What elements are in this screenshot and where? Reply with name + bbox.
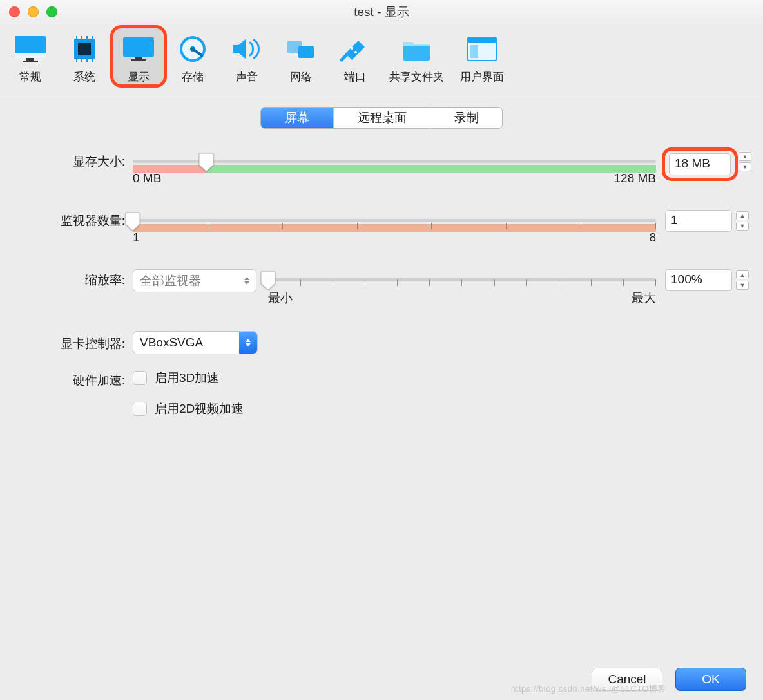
- chevron-updown-icon: [242, 270, 252, 292]
- toolbar-ports[interactable]: 端口: [330, 28, 380, 84]
- scale-monitor-value: 全部监视器: [140, 272, 201, 289]
- monitor-count-max: 8: [649, 231, 656, 245]
- stepper-up-icon[interactable]: ▲: [739, 152, 751, 161]
- monitor-count-slider[interactable]: 1 8: [133, 210, 656, 245]
- row-hardware-accel: 硬件加速: 启用3D加速 启用2D视频加速: [14, 370, 749, 431]
- svg-rect-1: [15, 53, 46, 58]
- checkbox-3d-accel[interactable]: [133, 371, 147, 385]
- network-icon: [283, 32, 319, 66]
- window-layout-icon: [464, 32, 500, 66]
- row-video-memory: 显存大小: 0 MB 128 MB 18 MB ▲: [14, 151, 749, 185]
- monitor-icon: [12, 32, 48, 66]
- row-monitor-count: 监视器数量: 1 8 1 ▲ ▼: [14, 210, 749, 245]
- ok-button[interactable]: OK: [675, 668, 746, 691]
- toolbar-display[interactable]: 显示: [113, 28, 164, 84]
- monitor-count-stepper[interactable]: ▲ ▼: [736, 210, 749, 232]
- traffic-lights: [9, 6, 57, 17]
- monitor-count-min: 1: [133, 231, 140, 245]
- dialog-footer: Cancel OK: [592, 668, 746, 691]
- monitor-count-input[interactable]: 1: [665, 210, 732, 232]
- video-memory-min: 0 MB: [133, 171, 161, 185]
- toolbar-display-label: 显示: [128, 70, 150, 84]
- svg-point-22: [351, 47, 353, 50]
- scale-min: 最小: [268, 290, 293, 307]
- video-memory-slider[interactable]: 0 MB 128 MB: [133, 151, 656, 185]
- svg-point-23: [354, 51, 357, 53]
- checkbox-2d-accel[interactable]: [133, 402, 147, 416]
- monitor-count-label: 监视器数量:: [14, 210, 133, 229]
- toolbar-system-label: 系统: [73, 70, 95, 84]
- cancel-button[interactable]: Cancel: [592, 668, 662, 691]
- toolbar-general[interactable]: 常规: [5, 28, 55, 84]
- minimize-window-button[interactable]: [28, 6, 39, 17]
- video-memory-label: 显存大小:: [14, 151, 133, 170]
- stepper-down-icon[interactable]: ▼: [739, 162, 751, 171]
- svg-rect-2: [26, 58, 34, 61]
- svg-rect-0: [15, 36, 46, 55]
- tab-remote-desktop[interactable]: 远程桌面: [333, 108, 430, 128]
- stepper-down-icon[interactable]: ▼: [736, 281, 749, 290]
- scale-factor-stepper[interactable]: ▲ ▼: [736, 269, 749, 291]
- stepper-up-icon[interactable]: ▲: [736, 270, 749, 279]
- stepper-up-icon[interactable]: ▲: [736, 211, 749, 220]
- scale-factor-label: 缩放率:: [14, 269, 133, 289]
- toolbar-network-label: 网络: [290, 70, 312, 84]
- stepper-down-icon[interactable]: ▼: [736, 222, 749, 231]
- slider-thumb-icon[interactable]: [260, 270, 276, 290]
- toolbar-ui-label: 用户界面: [460, 70, 504, 84]
- scale-monitor-select[interactable]: 全部监视器: [133, 269, 256, 292]
- disk-icon: [175, 32, 211, 66]
- video-memory-max: 128 MB: [614, 171, 656, 185]
- display-icon: [121, 32, 157, 66]
- toolbar-general-label: 常规: [19, 70, 41, 84]
- chip-icon: [66, 32, 102, 66]
- svg-rect-21: [298, 46, 314, 58]
- checkbox-2d-label: 启用2D视频加速: [155, 401, 244, 417]
- graphics-controller-value: VBoxSVGA: [140, 336, 203, 350]
- checkbox-3d-label: 启用3D加速: [155, 370, 219, 386]
- window-title: test - 显示: [0, 4, 763, 21]
- toolbar-audio-label: 声音: [236, 70, 258, 84]
- toolbar-network[interactable]: 网络: [276, 28, 326, 84]
- video-memory-stepper[interactable]: ▲ ▼: [739, 151, 751, 173]
- svg-rect-26: [470, 45, 478, 58]
- svg-rect-3: [23, 61, 38, 62]
- svg-rect-14: [123, 37, 154, 57]
- toolbar-storage-label: 存储: [182, 70, 204, 84]
- video-memory-input[interactable]: 18 MB: [669, 153, 731, 175]
- folder-icon: [398, 32, 434, 66]
- graphics-controller-label: 显卡控制器:: [14, 333, 133, 352]
- tab-recording[interactable]: 录制: [430, 108, 502, 128]
- slider-thumb-icon[interactable]: [124, 211, 141, 231]
- settings-toolbar: 常规 系统 显示 存储 声音 网络 端口: [0, 24, 763, 95]
- toolbar-audio[interactable]: 声音: [222, 28, 272, 84]
- tab-bar: 屏幕 远程桌面 录制: [14, 107, 749, 129]
- titlebar: test - 显示: [0, 0, 763, 24]
- toolbar-storage[interactable]: 存储: [168, 28, 218, 84]
- scale-factor-slider[interactable]: 最小 最大: [268, 269, 656, 307]
- chevron-updown-icon: [239, 332, 257, 354]
- svg-rect-15: [135, 57, 142, 59]
- hardware-accel-label: 硬件加速:: [14, 370, 133, 389]
- toolbar-ports-label: 端口: [344, 70, 366, 84]
- scale-factor-input[interactable]: 100%: [665, 269, 732, 291]
- toolbar-user-interface[interactable]: 用户界面: [452, 28, 512, 84]
- content-panel: 屏幕 远程桌面 录制 显存大小: 0 MB 128 MB: [0, 95, 763, 431]
- toolbar-shared-folders[interactable]: 共享文件夹: [384, 28, 449, 84]
- scale-max: 最大: [632, 290, 656, 307]
- svg-rect-25: [468, 37, 496, 43]
- row-graphics-controller: 显卡控制器: VBoxSVGA: [14, 331, 749, 354]
- speaker-icon: [229, 32, 265, 66]
- zoom-window-button[interactable]: [46, 6, 57, 17]
- toolbar-shared-label: 共享文件夹: [389, 70, 444, 84]
- row-scale-factor: 缩放率: 全部监视器 最小 最大 100% ▲: [14, 269, 749, 307]
- svg-rect-5: [78, 43, 91, 55]
- port-icon: [337, 32, 373, 66]
- graphics-controller-select[interactable]: VBoxSVGA: [133, 331, 258, 354]
- slider-thumb-icon[interactable]: [198, 152, 215, 171]
- close-window-button[interactable]: [9, 6, 20, 17]
- svg-rect-16: [131, 59, 146, 61]
- tab-screen[interactable]: 屏幕: [261, 108, 333, 128]
- toolbar-system[interactable]: 系统: [59, 28, 110, 84]
